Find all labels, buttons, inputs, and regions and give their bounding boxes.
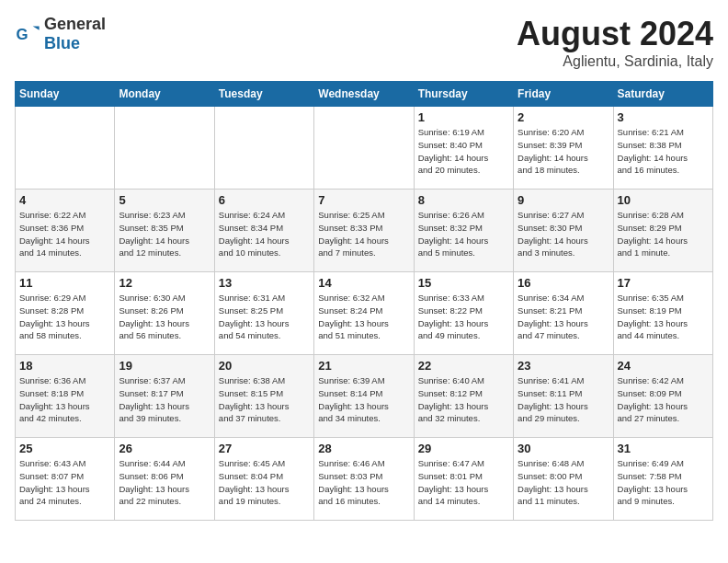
header-tuesday: Tuesday <box>214 82 313 107</box>
day-number: 12 <box>119 276 210 290</box>
day-cell: 25Sunrise: 6:43 AM Sunset: 8:07 PM Dayli… <box>16 438 115 521</box>
day-info: Sunrise: 6:33 AM Sunset: 8:22 PM Dayligh… <box>418 292 509 342</box>
week-row-1: 1Sunrise: 6:19 AM Sunset: 8:40 PM Daylig… <box>16 107 713 190</box>
day-cell <box>115 107 214 190</box>
day-cell: 12Sunrise: 6:30 AM Sunset: 8:26 PM Dayli… <box>115 272 214 355</box>
day-number: 20 <box>219 359 310 373</box>
day-cell <box>214 107 313 190</box>
header-sunday: Sunday <box>16 82 115 107</box>
header: G General Blue August 2024 Aglientu, Sar… <box>15 15 713 70</box>
day-cell: 4Sunrise: 6:22 AM Sunset: 8:36 PM Daylig… <box>16 190 115 272</box>
day-info: Sunrise: 6:20 AM Sunset: 8:39 PM Dayligh… <box>518 126 609 177</box>
day-number: 31 <box>618 442 709 455</box>
day-number: 9 <box>518 193 609 207</box>
day-number: 2 <box>518 110 609 124</box>
day-number: 22 <box>418 359 509 373</box>
title-area: August 2024 Aglientu, Sardinia, Italy <box>517 15 713 70</box>
day-info: Sunrise: 6:39 AM Sunset: 8:14 PM Dayligh… <box>318 374 409 425</box>
day-cell: 14Sunrise: 6:32 AM Sunset: 8:24 PM Dayli… <box>314 272 414 355</box>
day-info: Sunrise: 6:31 AM Sunset: 8:25 PM Dayligh… <box>219 292 310 342</box>
day-number: 24 <box>618 359 709 373</box>
day-info: Sunrise: 6:32 AM Sunset: 8:24 PM Dayligh… <box>318 292 409 342</box>
logo-general: General <box>44 15 106 33</box>
week-row-2: 4Sunrise: 6:22 AM Sunset: 8:36 PM Daylig… <box>16 190 713 272</box>
day-cell: 21Sunrise: 6:39 AM Sunset: 8:14 PM Dayli… <box>314 355 414 438</box>
calendar-header: Sunday Monday Tuesday Wednesday Thursday… <box>16 82 713 107</box>
day-number: 23 <box>518 359 609 373</box>
calendar-table: Sunday Monday Tuesday Wednesday Thursday… <box>15 81 713 521</box>
week-row-5: 25Sunrise: 6:43 AM Sunset: 8:07 PM Dayli… <box>16 438 713 521</box>
day-info: Sunrise: 6:47 AM Sunset: 8:01 PM Dayligh… <box>418 457 509 508</box>
day-number: 18 <box>19 359 110 373</box>
day-cell: 18Sunrise: 6:36 AM Sunset: 8:18 PM Dayli… <box>16 355 115 438</box>
day-number: 13 <box>219 276 310 290</box>
day-info: Sunrise: 6:44 AM Sunset: 8:06 PM Dayligh… <box>119 457 210 508</box>
day-number: 15 <box>418 276 509 290</box>
logo-icon: G <box>15 21 40 47</box>
day-number: 7 <box>318 193 409 207</box>
day-info: Sunrise: 6:19 AM Sunset: 8:40 PM Dayligh… <box>418 126 509 177</box>
day-number: 8 <box>418 193 509 207</box>
day-cell: 15Sunrise: 6:33 AM Sunset: 8:22 PM Dayli… <box>414 272 513 355</box>
subtitle: Aglientu, Sardinia, Italy <box>517 53 713 70</box>
day-cell: 5Sunrise: 6:23 AM Sunset: 8:35 PM Daylig… <box>115 190 214 272</box>
day-number: 3 <box>618 110 709 124</box>
day-number: 4 <box>19 193 110 207</box>
day-cell: 13Sunrise: 6:31 AM Sunset: 8:25 PM Dayli… <box>214 272 313 355</box>
day-number: 27 <box>219 442 310 455</box>
day-cell: 9Sunrise: 6:27 AM Sunset: 8:30 PM Daylig… <box>514 190 613 272</box>
day-info: Sunrise: 6:46 AM Sunset: 8:03 PM Dayligh… <box>318 457 409 508</box>
header-saturday: Saturday <box>613 82 712 107</box>
day-cell: 1Sunrise: 6:19 AM Sunset: 8:40 PM Daylig… <box>414 107 513 190</box>
day-number: 1 <box>418 110 509 124</box>
day-cell: 26Sunrise: 6:44 AM Sunset: 8:06 PM Dayli… <box>115 438 214 521</box>
day-info: Sunrise: 6:38 AM Sunset: 8:15 PM Dayligh… <box>219 374 310 425</box>
day-info: Sunrise: 6:35 AM Sunset: 8:19 PM Dayligh… <box>618 292 709 342</box>
day-number: 25 <box>19 442 110 455</box>
day-number: 29 <box>418 442 509 455</box>
day-cell: 19Sunrise: 6:37 AM Sunset: 8:17 PM Dayli… <box>115 355 214 438</box>
day-number: 6 <box>219 193 310 207</box>
main-title: August 2024 <box>517 15 713 53</box>
header-row: Sunday Monday Tuesday Wednesday Thursday… <box>16 82 713 107</box>
day-number: 11 <box>19 276 110 290</box>
day-info: Sunrise: 6:23 AM Sunset: 8:35 PM Dayligh… <box>119 209 210 259</box>
day-info: Sunrise: 6:37 AM Sunset: 8:17 PM Dayligh… <box>119 374 210 425</box>
day-cell: 28Sunrise: 6:46 AM Sunset: 8:03 PM Dayli… <box>314 438 414 521</box>
day-cell: 17Sunrise: 6:35 AM Sunset: 8:19 PM Dayli… <box>613 272 712 355</box>
day-cell: 24Sunrise: 6:42 AM Sunset: 8:09 PM Dayli… <box>613 355 712 438</box>
day-info: Sunrise: 6:49 AM Sunset: 7:58 PM Dayligh… <box>618 457 709 508</box>
week-row-4: 18Sunrise: 6:36 AM Sunset: 8:18 PM Dayli… <box>16 355 713 438</box>
logo-blue: Blue <box>44 34 80 52</box>
day-info: Sunrise: 6:22 AM Sunset: 8:36 PM Dayligh… <box>19 209 110 259</box>
day-number: 21 <box>318 359 409 373</box>
day-number: 14 <box>318 276 409 290</box>
day-info: Sunrise: 6:29 AM Sunset: 8:28 PM Dayligh… <box>19 292 110 342</box>
header-monday: Monday <box>115 82 214 107</box>
day-info: Sunrise: 6:25 AM Sunset: 8:33 PM Dayligh… <box>318 209 409 259</box>
day-cell <box>16 107 115 190</box>
day-number: 5 <box>119 193 210 207</box>
day-number: 19 <box>119 359 210 373</box>
day-cell: 8Sunrise: 6:26 AM Sunset: 8:32 PM Daylig… <box>414 190 513 272</box>
day-cell <box>314 107 414 190</box>
svg-text:G: G <box>16 26 28 43</box>
day-number: 16 <box>518 276 609 290</box>
calendar-body: 1Sunrise: 6:19 AM Sunset: 8:40 PM Daylig… <box>16 107 713 521</box>
day-info: Sunrise: 6:24 AM Sunset: 8:34 PM Dayligh… <box>219 209 310 259</box>
day-cell: 30Sunrise: 6:48 AM Sunset: 8:00 PM Dayli… <box>514 438 613 521</box>
day-info: Sunrise: 6:41 AM Sunset: 8:11 PM Dayligh… <box>518 374 609 425</box>
day-number: 30 <box>518 442 609 455</box>
day-cell: 22Sunrise: 6:40 AM Sunset: 8:12 PM Dayli… <box>414 355 513 438</box>
day-info: Sunrise: 6:45 AM Sunset: 8:04 PM Dayligh… <box>219 457 310 508</box>
day-info: Sunrise: 6:26 AM Sunset: 8:32 PM Dayligh… <box>418 209 509 259</box>
day-info: Sunrise: 6:21 AM Sunset: 8:38 PM Dayligh… <box>618 126 709 177</box>
svg-marker-1 <box>33 27 40 30</box>
day-info: Sunrise: 6:48 AM Sunset: 8:00 PM Dayligh… <box>518 457 609 508</box>
day-info: Sunrise: 6:30 AM Sunset: 8:26 PM Dayligh… <box>119 292 210 342</box>
day-number: 17 <box>618 276 709 290</box>
day-cell: 29Sunrise: 6:47 AM Sunset: 8:01 PM Dayli… <box>414 438 513 521</box>
day-number: 10 <box>618 193 709 207</box>
day-info: Sunrise: 6:27 AM Sunset: 8:30 PM Dayligh… <box>518 209 609 259</box>
day-cell: 7Sunrise: 6:25 AM Sunset: 8:33 PM Daylig… <box>314 190 414 272</box>
